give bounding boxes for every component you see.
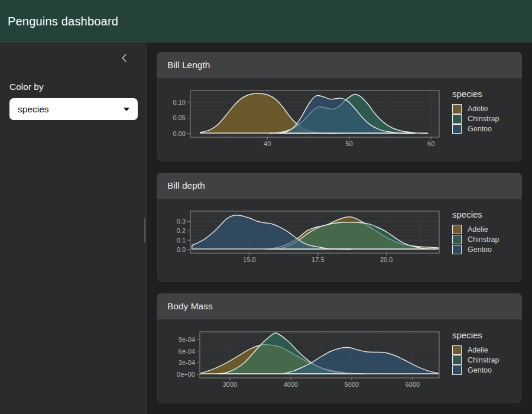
legend-item: Gentoo xyxy=(452,124,499,134)
app-root: Penguins dashboard Color by species xyxy=(0,0,532,414)
sidebar-collapse-button[interactable] xyxy=(118,52,131,65)
svg-text:9e-04: 9e-04 xyxy=(179,336,195,343)
legend-item: Adelie xyxy=(452,104,499,114)
color-by-label: Color by xyxy=(9,82,138,92)
svg-text:6e-04: 6e-04 xyxy=(179,348,195,355)
svg-text:3e-04: 3e-04 xyxy=(179,359,195,366)
species-legend: species AdelieChinstrapGentoo xyxy=(452,330,499,376)
legend-swatch xyxy=(452,114,462,124)
legend-swatch xyxy=(452,104,462,114)
svg-text:60: 60 xyxy=(427,140,434,147)
legend-item: Adelie xyxy=(452,345,499,355)
sidebar-resize-handle[interactable] xyxy=(144,218,145,242)
legend-item: Gentoo xyxy=(452,245,499,254)
svg-text:3000: 3000 xyxy=(223,381,237,388)
sidebar: Color by species xyxy=(0,43,147,414)
legend-swatch xyxy=(452,355,462,365)
legend-swatch xyxy=(452,366,462,375)
card-bill-depth-body: 15.017.520.00.00.10.20.3 species AdelieC… xyxy=(157,199,522,282)
card-body-mass: Body Mass 30004000500060000e+003e-046e-0… xyxy=(157,293,522,403)
svg-text:15.0: 15.0 xyxy=(243,256,255,263)
legend-swatch xyxy=(452,235,462,244)
color-by-select-value: species xyxy=(18,104,49,115)
legend-label: Adelie xyxy=(468,105,488,113)
main-content: Bill Length 4050600.000.050.10 species A… xyxy=(147,43,532,414)
card-bill-length-body: 4050600.000.050.10 species AdelieChinstr… xyxy=(157,78,522,161)
card-title: Bill depth xyxy=(167,180,205,191)
app-header: Penguins dashboard xyxy=(0,0,532,43)
card-bill-depth: Bill depth 15.017.520.00.00.10.20.3 spec… xyxy=(157,173,522,282)
svg-text:0.00: 0.00 xyxy=(173,130,186,137)
card-bill-length: Bill Length 4050600.000.050.10 species A… xyxy=(157,52,522,161)
svg-text:20.0: 20.0 xyxy=(380,256,392,263)
legend-item: Chinstrap xyxy=(452,355,499,365)
sidebar-collapse-row xyxy=(9,48,138,69)
legend-swatch xyxy=(452,124,462,134)
svg-text:0.0: 0.0 xyxy=(177,246,186,253)
card-title: Bill Length xyxy=(167,60,210,70)
legend-label: Gentoo xyxy=(468,125,492,133)
legend-label: Gentoo xyxy=(468,245,492,254)
legend-title: species xyxy=(452,209,499,219)
legend-label: Gentoo xyxy=(468,366,492,374)
svg-text:4000: 4000 xyxy=(284,381,298,388)
legend-item: Chinstrap xyxy=(452,114,499,124)
svg-text:5000: 5000 xyxy=(345,381,359,388)
card-body-mass-body: 30004000500060000e+003e-046e-049e-04 spe… xyxy=(157,319,522,403)
svg-text:0e+00: 0e+00 xyxy=(177,371,195,378)
chevron-down-icon xyxy=(124,108,129,111)
svg-text:17.5: 17.5 xyxy=(312,256,324,263)
chevron-left-icon xyxy=(121,53,128,64)
legend-item: Chinstrap xyxy=(452,235,499,244)
card-bill-depth-header: Bill depth xyxy=(157,173,522,199)
legend-label: Chinstrap xyxy=(468,356,499,364)
species-legend: species AdelieChinstrapGentoo xyxy=(452,89,499,134)
species-legend: species AdelieChinstrapGentoo xyxy=(452,209,499,255)
svg-text:50: 50 xyxy=(346,140,353,147)
card-title: Body Mass xyxy=(167,301,213,312)
svg-text:0.3: 0.3 xyxy=(177,218,186,225)
card-bill-length-header: Bill Length xyxy=(157,52,522,78)
legend-label: Adelie xyxy=(468,225,488,234)
svg-text:6000: 6000 xyxy=(406,381,420,388)
svg-text:0.10: 0.10 xyxy=(173,99,186,106)
layout-shell: Color by species Bill Length 4050600.000… xyxy=(0,43,532,414)
color-by-select[interactable]: species xyxy=(9,98,138,120)
legend-label: Chinstrap xyxy=(468,115,499,123)
legend-swatch xyxy=(452,345,462,355)
legend-swatch xyxy=(452,245,462,254)
legend-title: species xyxy=(452,330,499,340)
app-title: Penguins dashboard xyxy=(8,15,118,28)
legend-title: species xyxy=(452,89,499,99)
svg-text:0.05: 0.05 xyxy=(173,114,186,121)
svg-text:0.1: 0.1 xyxy=(177,237,186,244)
legend-swatch xyxy=(452,225,462,234)
legend-item: Adelie xyxy=(452,225,499,234)
svg-text:0.2: 0.2 xyxy=(177,227,186,234)
legend-label: Chinstrap xyxy=(468,235,499,244)
legend-label: Adelie xyxy=(468,346,488,354)
card-body-mass-header: Body Mass xyxy=(157,293,522,319)
legend-item: Gentoo xyxy=(452,366,499,375)
svg-text:40: 40 xyxy=(264,140,271,147)
